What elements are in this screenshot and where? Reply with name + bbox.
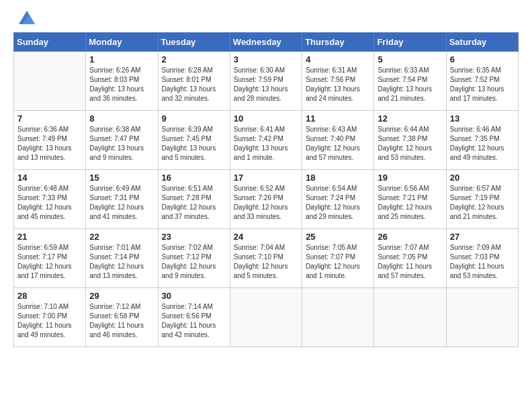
calendar-cell: 24Sunrise: 7:04 AM Sunset: 7:10 PM Dayli… (230, 229, 302, 288)
week-row-4: 28Sunrise: 7:10 AM Sunset: 7:00 PM Dayli… (14, 288, 519, 347)
day-number: 2 (162, 54, 226, 64)
calendar-cell: 17Sunrise: 6:52 AM Sunset: 7:26 PM Dayli… (230, 170, 302, 229)
day-info: Sunrise: 6:52 AM Sunset: 7:26 PM Dayligh… (234, 184, 298, 222)
day-number: 23 (162, 232, 226, 242)
day-info: Sunrise: 7:04 AM Sunset: 7:10 PM Dayligh… (234, 243, 298, 281)
calendar-cell (14, 52, 86, 111)
calendar-cell: 6Sunrise: 6:35 AM Sunset: 7:52 PM Daylig… (446, 52, 518, 111)
page-header (13, 11, 519, 27)
day-info: Sunrise: 6:36 AM Sunset: 7:49 PM Dayligh… (17, 125, 82, 163)
day-number: 26 (378, 232, 442, 242)
day-info: Sunrise: 7:12 AM Sunset: 6:58 PM Dayligh… (89, 302, 154, 340)
week-row-2: 14Sunrise: 6:48 AM Sunset: 7:33 PM Dayli… (14, 170, 519, 229)
day-info: Sunrise: 7:05 AM Sunset: 7:07 PM Dayligh… (306, 243, 370, 281)
calendar-cell: 28Sunrise: 7:10 AM Sunset: 7:00 PM Dayli… (14, 288, 86, 347)
day-number: 18 (306, 173, 370, 183)
calendar-header: SundayMondayTuesdayWednesdayThursdayFrid… (14, 33, 519, 52)
calendar-cell: 2Sunrise: 6:28 AM Sunset: 8:01 PM Daylig… (158, 52, 230, 111)
calendar-cell: 18Sunrise: 6:54 AM Sunset: 7:24 PM Dayli… (302, 170, 374, 229)
day-info: Sunrise: 6:49 AM Sunset: 7:31 PM Dayligh… (89, 184, 154, 222)
day-info: Sunrise: 6:44 AM Sunset: 7:38 PM Dayligh… (378, 125, 442, 163)
day-number: 11 (306, 113, 370, 124)
day-number: 6 (450, 54, 515, 64)
calendar-table: SundayMondayTuesdayWednesdayThursdayFrid… (13, 32, 519, 347)
day-info: Sunrise: 6:59 AM Sunset: 7:17 PM Dayligh… (17, 243, 82, 281)
day-info: Sunrise: 7:02 AM Sunset: 7:12 PM Dayligh… (162, 243, 226, 281)
header-cell-tuesday: Tuesday (158, 33, 230, 52)
logo (13, 11, 38, 27)
calendar-cell: 4Sunrise: 6:31 AM Sunset: 7:56 PM Daylig… (302, 52, 374, 111)
calendar-cell: 26Sunrise: 7:07 AM Sunset: 7:05 PM Dayli… (374, 229, 446, 288)
header-row: SundayMondayTuesdayWednesdayThursdayFrid… (14, 33, 519, 52)
calendar-cell: 1Sunrise: 6:26 AM Sunset: 8:03 PM Daylig… (86, 52, 158, 111)
calendar-cell: 8Sunrise: 6:38 AM Sunset: 7:47 PM Daylig… (86, 111, 158, 170)
calendar-cell: 21Sunrise: 6:59 AM Sunset: 7:17 PM Dayli… (14, 229, 86, 288)
calendar-cell: 25Sunrise: 7:05 AM Sunset: 7:07 PM Dayli… (302, 229, 374, 288)
day-info: Sunrise: 6:35 AM Sunset: 7:52 PM Dayligh… (450, 66, 515, 103)
header-cell-sunday: Sunday (14, 33, 86, 52)
day-number: 22 (89, 232, 154, 242)
calendar-cell: 10Sunrise: 6:41 AM Sunset: 7:42 PM Dayli… (230, 111, 302, 170)
calendar-cell (446, 288, 518, 347)
day-number: 27 (450, 232, 515, 242)
header-cell-friday: Friday (374, 33, 446, 52)
calendar-cell: 7Sunrise: 6:36 AM Sunset: 7:49 PM Daylig… (14, 111, 86, 170)
calendar-cell: 14Sunrise: 6:48 AM Sunset: 7:33 PM Dayli… (14, 170, 86, 229)
day-info: Sunrise: 6:30 AM Sunset: 7:59 PM Dayligh… (234, 66, 298, 103)
day-number: 29 (89, 291, 154, 301)
day-info: Sunrise: 7:01 AM Sunset: 7:14 PM Dayligh… (89, 243, 154, 281)
day-info: Sunrise: 6:39 AM Sunset: 7:45 PM Dayligh… (162, 125, 226, 163)
day-info: Sunrise: 6:56 AM Sunset: 7:21 PM Dayligh… (378, 184, 442, 222)
day-number: 21 (17, 232, 82, 242)
calendar-cell (302, 288, 374, 347)
day-number: 14 (17, 173, 82, 183)
calendar-cell: 3Sunrise: 6:30 AM Sunset: 7:59 PM Daylig… (230, 52, 302, 111)
day-number: 30 (162, 291, 226, 301)
day-number: 24 (234, 232, 298, 242)
week-row-0: 1Sunrise: 6:26 AM Sunset: 8:03 PM Daylig… (14, 52, 519, 111)
header-cell-monday: Monday (86, 33, 158, 52)
calendar-cell: 5Sunrise: 6:33 AM Sunset: 7:54 PM Daylig… (374, 52, 446, 111)
calendar-cell: 27Sunrise: 7:09 AM Sunset: 7:03 PM Dayli… (446, 229, 518, 288)
calendar-cell: 9Sunrise: 6:39 AM Sunset: 7:45 PM Daylig… (158, 111, 230, 170)
day-number: 4 (306, 54, 370, 64)
day-number: 15 (89, 173, 154, 183)
day-number: 12 (378, 113, 442, 124)
day-number: 1 (89, 54, 154, 64)
day-info: Sunrise: 7:09 AM Sunset: 7:03 PM Dayligh… (450, 243, 515, 281)
day-info: Sunrise: 7:10 AM Sunset: 7:00 PM Dayligh… (17, 302, 82, 340)
calendar-cell: 20Sunrise: 6:57 AM Sunset: 7:19 PM Dayli… (446, 170, 518, 229)
calendar-cell: 15Sunrise: 6:49 AM Sunset: 7:31 PM Dayli… (86, 170, 158, 229)
day-info: Sunrise: 7:07 AM Sunset: 7:05 PM Dayligh… (378, 243, 442, 281)
calendar-cell (374, 288, 446, 347)
calendar-cell: 30Sunrise: 7:14 AM Sunset: 6:56 PM Dayli… (158, 288, 230, 347)
day-number: 17 (234, 173, 298, 183)
header-cell-wednesday: Wednesday (230, 33, 302, 52)
day-number: 10 (234, 113, 298, 124)
day-info: Sunrise: 6:31 AM Sunset: 7:56 PM Dayligh… (306, 66, 370, 103)
calendar-cell: 19Sunrise: 6:56 AM Sunset: 7:21 PM Dayli… (374, 170, 446, 229)
day-number: 7 (17, 113, 82, 124)
calendar-body: 1Sunrise: 6:26 AM Sunset: 8:03 PM Daylig… (14, 52, 519, 347)
day-info: Sunrise: 6:51 AM Sunset: 7:28 PM Dayligh… (162, 184, 226, 222)
day-number: 13 (450, 113, 515, 124)
day-info: Sunrise: 6:48 AM Sunset: 7:33 PM Dayligh… (17, 184, 82, 222)
day-info: Sunrise: 7:14 AM Sunset: 6:56 PM Dayligh… (162, 302, 226, 340)
day-number: 28 (17, 291, 82, 301)
week-row-3: 21Sunrise: 6:59 AM Sunset: 7:17 PM Dayli… (14, 229, 519, 288)
day-number: 19 (378, 173, 442, 183)
day-number: 9 (162, 113, 226, 124)
day-info: Sunrise: 6:28 AM Sunset: 8:01 PM Dayligh… (162, 66, 226, 103)
calendar-cell: 23Sunrise: 7:02 AM Sunset: 7:12 PM Dayli… (158, 229, 230, 288)
calendar-cell: 29Sunrise: 7:12 AM Sunset: 6:58 PM Dayli… (86, 288, 158, 347)
day-info: Sunrise: 6:26 AM Sunset: 8:03 PM Dayligh… (89, 66, 154, 103)
day-info: Sunrise: 6:38 AM Sunset: 7:47 PM Dayligh… (89, 125, 154, 163)
day-info: Sunrise: 6:46 AM Sunset: 7:35 PM Dayligh… (450, 125, 515, 163)
day-info: Sunrise: 6:43 AM Sunset: 7:40 PM Dayligh… (306, 125, 370, 163)
day-info: Sunrise: 6:57 AM Sunset: 7:19 PM Dayligh… (450, 184, 515, 222)
header-cell-thursday: Thursday (302, 33, 374, 52)
logo-icon (16, 8, 38, 27)
day-number: 16 (162, 173, 226, 183)
day-info: Sunrise: 6:41 AM Sunset: 7:42 PM Dayligh… (234, 125, 298, 163)
day-number: 3 (234, 54, 298, 64)
